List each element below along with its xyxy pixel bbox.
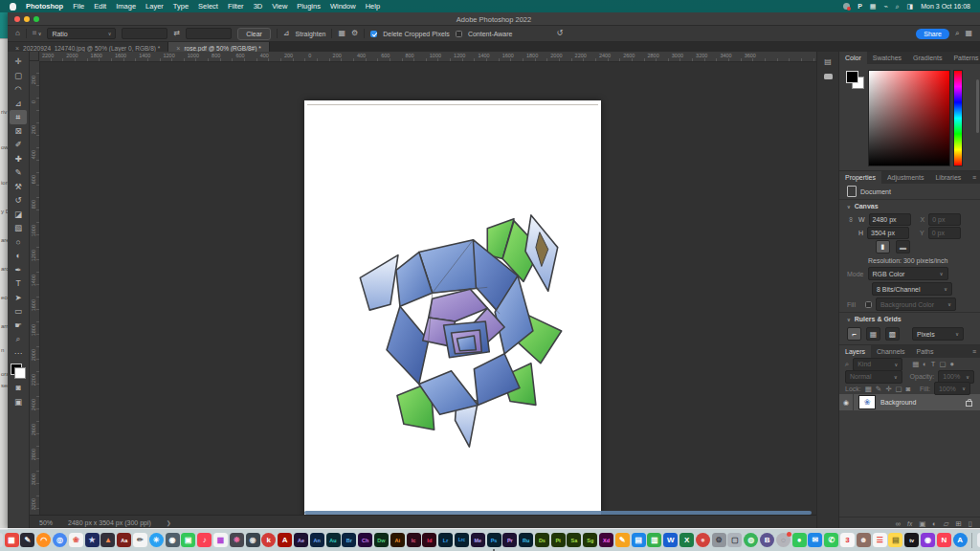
panel-tab-channels[interactable]: Channels: [871, 345, 911, 358]
dock-item-sphere-gray[interactable]: ◌: [776, 533, 791, 547]
lock-transparent-pixels-icon[interactable]: ▦: [865, 385, 872, 393]
dock-item-lightroom[interactable]: Lr: [438, 533, 453, 547]
saturation-brightness-field[interactable]: [868, 70, 950, 166]
foreground-color-swatch[interactable]: [846, 71, 858, 83]
dock-item-reminders[interactable]: ☰: [873, 533, 887, 547]
dock-item-doc-green[interactable]: X: [679, 533, 694, 547]
dock-item-animate[interactable]: An: [310, 533, 324, 547]
pen-tool[interactable]: ✒: [10, 263, 27, 277]
dock-item-color-wheel[interactable]: ❋: [230, 533, 244, 547]
reset-crop-icon[interactable]: ↺: [556, 30, 563, 37]
color-swatches[interactable]: [11, 364, 26, 379]
lock-image-pixels-icon[interactable]: ✎: [876, 385, 881, 393]
dock-item-premiere[interactable]: Pr: [502, 533, 517, 547]
menu-photoshop[interactable]: Photoshop: [26, 2, 63, 11]
dock-item-audition[interactable]: Au: [326, 533, 341, 547]
screen-record-status-icon[interactable]: [843, 3, 850, 10]
straighten-label[interactable]: Straighten: [296, 31, 326, 37]
menu-filter[interactable]: Filter: [228, 2, 244, 11]
history-brush-tool[interactable]: ↺: [10, 193, 27, 208]
dock-item-green-video[interactable]: ▣: [181, 533, 195, 547]
chevron-down-icon[interactable]: ∨: [847, 204, 851, 209]
dock-item-apple-tv[interactable]: tv: [904, 533, 919, 547]
bit-depth-select[interactable]: 8 Bits/Channel∨: [872, 282, 952, 296]
panel-tab-paths[interactable]: Paths: [911, 345, 940, 358]
close-tab-icon[interactable]: ×: [176, 45, 180, 52]
dock-item-substance-sampler[interactable]: Sa: [567, 533, 581, 547]
guides-toggle-button[interactable]: ▩: [885, 327, 900, 341]
menu-window[interactable]: Window: [330, 2, 356, 11]
dock-item-dimension[interactable]: Ds: [535, 533, 549, 547]
dock-item-pen-dark[interactable]: ✎: [20, 533, 34, 547]
dock-item-photos[interactable]: ❀: [69, 533, 83, 547]
dock-item-sphere-red[interactable]: ●: [696, 533, 710, 547]
crop-tool-preset-icon[interactable]: ⌗ ∨: [33, 30, 42, 37]
comments-panel-icon[interactable]: [824, 74, 833, 79]
frame-tool[interactable]: ⊠: [10, 124, 27, 139]
dock-item-messages[interactable]: ●: [792, 533, 807, 547]
zoom-tool[interactable]: ⌕: [10, 332, 27, 346]
panel-tab-color[interactable]: Color: [839, 52, 867, 64]
menu-view[interactable]: View: [272, 2, 287, 11]
dock-item-dreamweaver[interactable]: Dw: [374, 533, 389, 547]
menu-3d[interactable]: 3D: [254, 2, 263, 11]
panel-menu-icon[interactable]: ≡: [972, 171, 980, 184]
menu-file[interactable]: File: [73, 2, 84, 11]
ruler-origin-corner[interactable]: [30, 52, 39, 61]
dock-item-illustrator[interactable]: Ai: [390, 533, 405, 547]
canvas-width-field[interactable]: 2480 px: [869, 213, 911, 226]
wifi-status-icon[interactable]: ⌁: [883, 3, 887, 10]
fill-color-select[interactable]: Background Color∨: [876, 298, 956, 311]
history-panel-icon[interactable]: ▤: [824, 57, 832, 66]
status-disclosure-icon[interactable]: ❯: [167, 519, 171, 526]
crop-tool[interactable]: ⌗: [10, 110, 27, 124]
blend-mode-select[interactable]: Normal∨: [845, 370, 902, 384]
new-group-icon[interactable]: ▱: [944, 519, 949, 528]
dock-item-clips-color[interactable]: ▦: [213, 533, 228, 547]
layer-visibility-eye-icon[interactable]: ◉: [839, 394, 854, 410]
layer-filter-kind-select[interactable]: Kind∨: [853, 358, 902, 371]
dock-item-camera-dark[interactable]: ◉: [246, 533, 260, 547]
healing-brush-tool[interactable]: ✚: [10, 152, 27, 166]
dock-item-photoshop[interactable]: Ps: [487, 533, 501, 547]
dock-item-chrome[interactable]: ◎: [53, 533, 67, 547]
canvas-height-field[interactable]: 3504 px: [867, 227, 909, 239]
dock-item-firefox[interactable]: ◠: [36, 533, 51, 547]
panel-tab-patterns[interactable]: Patterns: [947, 52, 980, 64]
dock-item-character-animator[interactable]: Ch: [358, 533, 372, 547]
path-selection-tool[interactable]: ➤: [10, 291, 27, 305]
dock-item-pencil-orange[interactable]: ✎: [615, 533, 630, 547]
clear-button[interactable]: Clear: [237, 28, 271, 40]
zoom-level[interactable]: 50%: [39, 519, 53, 526]
crop-width-input[interactable]: [122, 28, 167, 39]
link-dimensions-icon[interactable]: ∞: [848, 215, 855, 223]
dock-item-keynote[interactable]: ▤: [632, 533, 646, 547]
dock-item-substance-designer[interactable]: Sg: [583, 533, 597, 547]
dock-item-facetime[interactable]: ✆: [824, 533, 838, 547]
swap-dimensions-icon[interactable]: ⇄: [173, 30, 180, 37]
workspace-switcher-icon[interactable]: ▦: [965, 30, 972, 37]
filter-smart-objects-icon[interactable]: ●: [950, 360, 955, 368]
layer-fill-select[interactable]: 100%∨: [934, 382, 970, 395]
dock-item-bridge[interactable]: Br: [342, 533, 356, 547]
apple-menu-icon[interactable]: [10, 3, 16, 11]
control-center-icon[interactable]: ◨: [907, 3, 914, 10]
dock-item-b-app[interactable]: B: [760, 533, 774, 547]
search-icon[interactable]: ⌕: [955, 30, 959, 37]
menu-type[interactable]: Type: [173, 2, 189, 11]
dock-item-contacts[interactable]: ☻: [857, 533, 871, 547]
dock-item-star-dark[interactable]: ★: [85, 533, 100, 547]
quick-mask-button[interactable]: ◙: [10, 381, 27, 395]
eyedropper-tool[interactable]: ✐: [10, 138, 27, 152]
crop-height-input[interactable]: [186, 28, 232, 39]
chevron-down-icon[interactable]: ∨: [847, 317, 851, 322]
dock-item-music[interactable]: ♪: [197, 533, 212, 547]
shape-tool[interactable]: ▭: [10, 304, 27, 319]
lock-all-icon[interactable]: ◙: [906, 385, 911, 393]
panel-tab-swatches[interactable]: Swatches: [867, 52, 907, 64]
dock-item-news[interactable]: N: [937, 533, 951, 547]
grid-toggle-button[interactable]: ▦: [866, 327, 880, 341]
dock-item-mail[interactable]: ✉: [808, 533, 822, 547]
new-adjustment-layer-icon[interactable]: ◐: [932, 519, 937, 528]
object-selection-tool[interactable]: ⊿: [10, 97, 27, 111]
